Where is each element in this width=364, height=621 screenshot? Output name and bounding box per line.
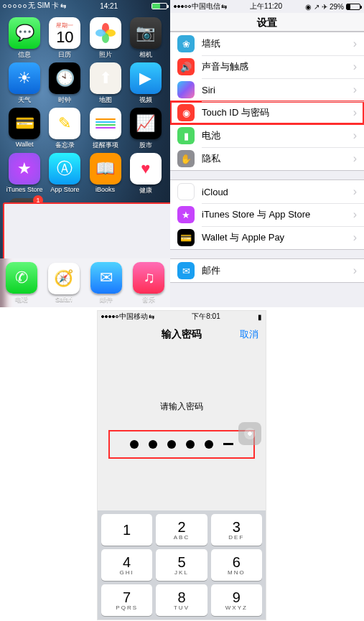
pin-dot-filled xyxy=(130,440,139,449)
keypad-8[interactable]: 8TUV xyxy=(156,584,207,616)
pin-dot-filled xyxy=(186,440,195,449)
pin-dot-empty xyxy=(223,443,233,445)
status-bar: 中国移动 ⇆ 下午8:01 ▮ xyxy=(98,311,266,322)
app-label: 邮件 xyxy=(100,295,113,304)
pin-dot-filled xyxy=(167,440,176,449)
dock-app-mai[interactable]: ✉邮件 xyxy=(90,262,122,304)
keypad-9[interactable]: 9WXYZ xyxy=(211,584,262,616)
key-number: 3 xyxy=(233,520,241,534)
app-label: Safari xyxy=(55,296,73,303)
app-itn[interactable]: ★iTunes Store xyxy=(4,153,45,195)
its-icon: ★ xyxy=(177,206,195,223)
key-number: 1 xyxy=(123,523,131,537)
app-wea[interactable]: ☀天气 xyxy=(4,62,45,105)
keypad-6[interactable]: 6MNO xyxy=(211,549,262,581)
keypad-3[interactable]: 3DEF xyxy=(211,514,262,546)
chevron-right-icon: › xyxy=(353,37,357,50)
settings-group-apps: ✉邮件› xyxy=(170,258,364,283)
chevron-right-icon: › xyxy=(353,129,357,142)
status-bar: 中国电信 ⇆ 上午11:20 ◉↗✈29% xyxy=(170,0,364,13)
app-label: App Store xyxy=(50,186,79,193)
settings-row-wall[interactable]: ❀墙纸› xyxy=(170,32,364,55)
keypad-7[interactable]: 7PQRS xyxy=(101,584,152,616)
pin-dot-filled xyxy=(205,440,213,449)
app-pho[interactable]: 照片 xyxy=(85,17,126,60)
key-letters: ABC xyxy=(174,534,190,541)
svg-point-4 xyxy=(95,29,106,37)
settings-group-general: ❀墙纸›🔊声音与触感›Siri›◉Touch ID 与密码›▮电池›✋隐私› xyxy=(170,32,364,171)
app-label: 电话 xyxy=(15,295,28,304)
keypad-5[interactable]: 5JKL xyxy=(156,549,207,581)
dock: ✆电话🧭Safari✉邮件♫音乐 xyxy=(0,258,170,307)
settings-row-bat[interactable]: ▮电池› xyxy=(170,124,364,147)
row-label: 电池 xyxy=(202,129,353,142)
eml-icon: ✉ xyxy=(177,262,195,279)
chevron-right-icon: › xyxy=(353,208,357,221)
app-rem[interactable]: 提醒事项 xyxy=(85,108,126,150)
app-vid[interactable]: ▶视频 xyxy=(126,62,166,105)
dock-app-mus[interactable]: ♫音乐 xyxy=(133,262,164,304)
settings-row-icl[interactable]: ☁iCloud› xyxy=(170,180,364,203)
row-label: 隐私 xyxy=(202,152,353,165)
passcode-field xyxy=(108,430,255,459)
key-letters: JKL xyxy=(174,569,189,576)
icl-icon: ☁ xyxy=(177,183,195,200)
chevron-right-icon: › xyxy=(353,231,357,244)
settings-row-prv[interactable]: ✋隐私› xyxy=(170,147,364,170)
app-label: iTunes Store xyxy=(6,186,43,193)
app-cam[interactable]: 📷相机 xyxy=(126,17,166,60)
status-bar: 无 SIM 卡 ⇆ 14:21 xyxy=(0,0,170,11)
prv-icon: ✋ xyxy=(177,150,195,167)
app-label: 备忘录 xyxy=(55,141,75,150)
app-label: 天气 xyxy=(18,95,31,105)
app-label: 提醒事项 xyxy=(93,141,118,150)
chevron-right-icon: › xyxy=(353,83,357,96)
app-label: iBooks xyxy=(95,186,115,193)
assistive-touch-button[interactable] xyxy=(238,422,261,445)
settings-row-siri[interactable]: Siri› xyxy=(170,78,364,101)
app-stk[interactable]: 📈股市 xyxy=(126,108,166,150)
app-label: 相机 xyxy=(139,50,152,60)
keypad-2[interactable]: 2ABC xyxy=(156,514,207,546)
settings-row-tid[interactable]: ◉Touch ID 与密码› xyxy=(170,101,364,124)
app-cal[interactable]: 星期一10日历 xyxy=(45,17,85,60)
wap-icon: 💳 xyxy=(177,229,195,246)
app-map[interactable]: ⬆地图 xyxy=(85,62,126,105)
nav-title: 输入密码 xyxy=(162,328,202,341)
app-ibk[interactable]: 📖iBooks xyxy=(85,153,126,195)
app-hlt[interactable]: ♥健康 xyxy=(126,153,166,195)
dock-app-phn[interactable]: ✆电话 xyxy=(6,262,37,304)
keypad-1[interactable]: 1 xyxy=(101,514,152,546)
cancel-button[interactable]: 取消 xyxy=(240,328,258,341)
status-time: 下午8:01 xyxy=(192,312,220,322)
row-label: Siri xyxy=(202,85,353,95)
app-wal[interactable]: 💳Wallet xyxy=(4,108,45,150)
pin-dot-filled xyxy=(149,440,157,449)
home-screen: 无 SIM 卡 ⇆ 14:21 💬信息星期一10日历照片📷相机☀天气🕙时钟⬆地图… xyxy=(0,0,170,307)
key-letters: WXYZ xyxy=(225,604,248,611)
row-label: 墙纸 xyxy=(202,37,353,50)
app-aps[interactable]: ⒶApp Store xyxy=(45,153,85,195)
chevron-right-icon: › xyxy=(353,106,357,119)
key-letters: GHI xyxy=(120,569,134,576)
bat-icon: ▮ xyxy=(177,127,195,144)
battery-icon xyxy=(346,4,360,10)
app-label: 日历 xyxy=(58,50,71,60)
settings-row-eml[interactable]: ✉邮件› xyxy=(170,259,364,282)
app-label: 地图 xyxy=(99,95,112,105)
key-letters: DEF xyxy=(228,534,244,541)
app-not[interactable]: ✎备忘录 xyxy=(45,108,85,150)
battery-icon: ▮ xyxy=(258,313,262,321)
settings-row-its[interactable]: ★iTunes Store 与 App Store› xyxy=(170,203,364,226)
keypad-4[interactable]: 4GHI xyxy=(101,549,152,581)
row-label: iCloud xyxy=(202,187,353,197)
settings-row-wap[interactable]: 💳Wallet 与 Apple Pay› xyxy=(170,226,364,249)
settings-row-snd[interactable]: 🔊声音与触感› xyxy=(170,55,364,78)
dock-app-saf[interactable]: 🧭Safari xyxy=(48,263,80,303)
chevron-right-icon: › xyxy=(353,264,357,277)
row-label: Touch ID 与密码 xyxy=(202,106,353,119)
key-number: 7 xyxy=(123,590,131,604)
tid-icon: ◉ xyxy=(177,104,195,121)
app-msg[interactable]: 💬信息 xyxy=(4,17,45,60)
app-clk[interactable]: 🕙时钟 xyxy=(45,62,85,105)
